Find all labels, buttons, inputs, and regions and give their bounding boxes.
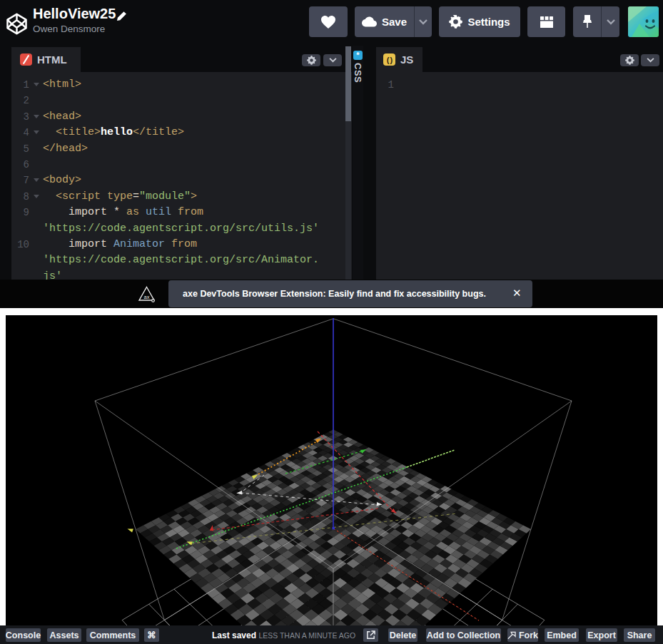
svg-text:ax: ax (144, 294, 150, 300)
